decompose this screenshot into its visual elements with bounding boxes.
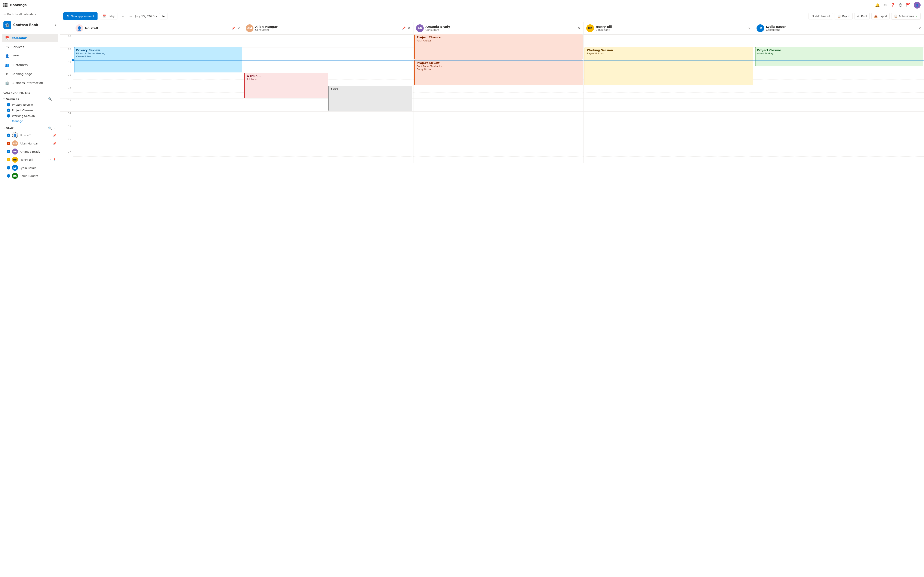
time-slot-13: 13 [60, 98, 73, 111]
pin-button-allan[interactable]: 📌 [401, 26, 406, 31]
filter-item-project-closure[interactable]: ✓ Project Closure [3, 108, 56, 113]
time-slot-17: 17 [60, 150, 73, 163]
current-time-indicator-allan [243, 60, 413, 60]
appointment-busy-allan[interactable]: Busy [328, 86, 413, 111]
org-header[interactable]: 🏦 Contoso Bank ▾ [0, 18, 60, 32]
pin-icon: 📌 [53, 142, 56, 145]
org-chevron-icon: ▾ [55, 24, 56, 26]
services-search-icon[interactable]: 🔍 [48, 97, 52, 101]
staff-item-nostaff[interactable]: ✓ 👤 No staff 📌 [3, 131, 56, 139]
calendar-column-henry[interactable]: Working Session Reyna Holman [583, 34, 754, 163]
close-button-amanda[interactable]: ✕ [578, 26, 581, 31]
print-button[interactable]: 🖨 Print [854, 13, 870, 19]
plus-icon: ⊕ [67, 14, 69, 18]
calendar-container: 👤 No staff 📌 ✕ AM [60, 22, 924, 577]
appointment-working-session-henry[interactable]: Working Session Reyna Holman [585, 47, 753, 85]
back-to-calendars[interactable]: ← Back to all calendars [0, 10, 60, 18]
staff-item-lydia[interactable]: ✓ LB Lydia Bauer [3, 164, 56, 172]
hour-row-08-allan [243, 34, 413, 47]
sidebar-item-customers[interactable]: 👥 Customers [2, 61, 58, 69]
sidebar-item-booking-page[interactable]: 🖥 Booking page [2, 70, 58, 78]
close-button-no-staff[interactable]: ✕ [237, 26, 241, 31]
next-date-button[interactable]: → [127, 13, 134, 19]
add-time-off-button[interactable]: ⏱ Add time off [809, 13, 833, 19]
user-avatar[interactable]: 👤 [914, 2, 921, 8]
staff-header-avatar-allan: AM [246, 24, 254, 32]
close-button-lydia[interactable]: ✕ [918, 26, 921, 31]
calendar-column-allan[interactable]: Workin... Kat Lars... Busy [243, 34, 413, 163]
staff-search-icon[interactable]: 🔍 [48, 127, 52, 130]
action-items-button[interactable]: 📋 Action items ✓ [891, 13, 921, 20]
sidebar-item-staff[interactable]: 👤 Staff [2, 52, 58, 60]
calendar-column-lydia[interactable]: Project Closure Albert Dudley [754, 34, 924, 163]
sidebar-item-business-info[interactable]: 🏢 Business information [2, 79, 58, 87]
services-icon: 🗂 [5, 45, 10, 49]
current-date[interactable]: July 15, 2020 ▾ [135, 15, 157, 18]
calendar-column-no-staff[interactable]: Privacy Review Microsoft Teams Meeting C… [73, 34, 243, 163]
sidebar-item-services[interactable]: 🗂 Services [2, 43, 58, 51]
staff-more-icon[interactable]: ··· [53, 127, 56, 130]
staff-header-info-no-staff: No staff [85, 26, 229, 30]
prev-date-button[interactable]: ← [120, 13, 126, 19]
hour-row-16-amanda [414, 137, 583, 150]
staff-item-amanda[interactable]: ✓ AB Amanda Brady [3, 147, 56, 156]
hour-row-09-allan [243, 47, 413, 60]
check-icon: ✓ [7, 174, 10, 177]
sidebar-item-calendar[interactable]: 📅 Calendar [2, 34, 58, 42]
services-filter-actions: 🔍 ··· [48, 97, 56, 101]
sidebar: ← Back to all calendars 🏦 Contoso Bank ▾… [0, 10, 60, 577]
weather-icon-button[interactable]: 🌤 [159, 13, 168, 19]
flag-icon[interactable]: 🚩 [906, 3, 910, 7]
org-icon: 🏦 [3, 21, 11, 29]
column-header-henry: HB Henry Bill Consultant ✕ [583, 22, 754, 34]
day-view-button[interactable]: 📋 Day ▾ [835, 13, 853, 19]
today-icon: 📅 [102, 15, 106, 18]
today-button[interactable]: 📅 Today [100, 13, 118, 19]
staff-avatar-lydia: LB [12, 165, 18, 171]
topbar-icons: 🔔 ⚙️ ❓ 😊 🚩 👤 [875, 2, 921, 8]
appointment-privacy-review[interactable]: Privacy Review Microsoft Teams Meeting C… [74, 47, 242, 73]
check-icon: ✓ [7, 166, 10, 169]
time-slot-12: 12 [60, 86, 73, 98]
appointment-working-session-allan[interactable]: Workin... Kat Lars... [244, 73, 328, 98]
new-appointment-button[interactable]: ⊕ New appointment [63, 12, 97, 20]
appointment-project-closure-amanda[interactable]: Project Closure Katri Ahokas [414, 34, 583, 60]
notification-icon[interactable]: 🔔 [875, 3, 879, 7]
appointment-project-kickoff-amanda[interactable]: Project Kickoff Conf Room Yelahanka Care… [414, 60, 583, 85]
staff-header-info-amanda: Amanda Brady Consultant [425, 25, 576, 31]
column-header-no-staff: 👤 No staff 📌 ✕ [73, 22, 243, 34]
hour-row-17-nostaff [73, 150, 243, 163]
staff-header-info-allan: Allan Mungar Consultant [255, 25, 400, 31]
hour-row-12-henry [584, 86, 754, 98]
staff-filter-group: ▾ Staff 🔍 ··· ✓ 👤 No staff 📌 ✓ [3, 125, 56, 180]
help-icon[interactable]: ❓ [891, 3, 895, 7]
staff-header-amanda: AB Amanda Brady Consultant ✕ [414, 22, 583, 34]
services-more-icon[interactable]: ··· [53, 97, 56, 101]
staff-item-henry[interactable]: ✓ HB Henry Bill ··· 📍 [3, 156, 56, 164]
hour-row-16-allan [243, 137, 413, 150]
calendar-column-amanda[interactable]: Project Closure Katri Ahokas Project Kic… [413, 34, 583, 163]
pin-button-no-staff[interactable]: 📌 [231, 26, 236, 31]
filter-item-privacy-review[interactable]: ✓ Privacy Review [3, 102, 56, 108]
staff-item-allan[interactable]: ✓ AM Allan Mungar 📌 [3, 139, 56, 147]
hour-row-12-lydia [754, 86, 924, 98]
settings-icon[interactable]: ⚙️ [883, 3, 887, 7]
filter-item-working-session[interactable]: ✓ Working Session [3, 113, 56, 119]
topbar-left: Bookings [3, 3, 27, 7]
back-arrow-icon: ← [3, 12, 6, 16]
staff-avatar-henry: HB [12, 156, 18, 163]
apps-icon[interactable] [3, 3, 8, 7]
close-button-henry[interactable]: ✕ [748, 26, 751, 31]
appointment-project-closure-lydia[interactable]: Project Closure Albert Dudley [755, 47, 923, 66]
staff-item-robin[interactable]: ✓ RC Robin Counts [3, 172, 56, 180]
manage-services-link[interactable]: Manage [3, 119, 56, 124]
export-button[interactable]: 📤 Export [871, 13, 890, 19]
staff-filter-header[interactable]: ▾ Staff 🔍 ··· [3, 125, 56, 131]
more-icon[interactable]: ··· [48, 158, 51, 161]
close-button-allan[interactable]: ✕ [407, 26, 411, 31]
services-filter-header[interactable]: ▾ Services 🔍 ··· [3, 96, 56, 102]
hour-row-08-lydia [754, 34, 924, 47]
emoji-icon[interactable]: 😊 [898, 3, 903, 7]
hour-row-14-lydia [754, 111, 924, 124]
time-slot-08: 08 [60, 34, 73, 47]
